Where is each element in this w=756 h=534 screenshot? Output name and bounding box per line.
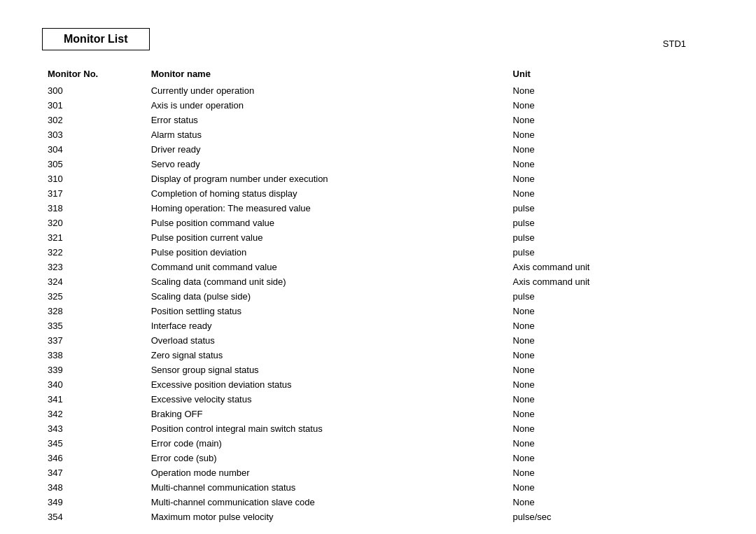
table-row: 300Currently under operationNone <box>42 83 714 98</box>
table-row: 347Operation mode numberNone <box>42 465 714 480</box>
row-no: 338 <box>42 348 146 363</box>
row-name: Display of program number under executio… <box>146 171 507 186</box>
row-unit: None <box>507 451 714 465</box>
row-no: 354 <box>42 510 146 524</box>
row-unit: None <box>507 142 714 157</box>
row-name: Operation mode number <box>146 465 507 480</box>
row-unit: None <box>507 392 714 407</box>
row-name: Position control integral main switch st… <box>146 421 507 436</box>
table-row: 304Driver readyNone <box>42 142 714 157</box>
table-row: 341Excessive velocity statusNone <box>42 392 714 407</box>
row-unit: None <box>507 113 714 127</box>
table-row: 324Scaling data (command unit side)Axis … <box>42 274 714 289</box>
table-row: 343Position control integral main switch… <box>42 421 714 436</box>
title-text: Monitor List <box>64 33 128 45</box>
row-unit: None <box>507 127 714 142</box>
row-no: 302 <box>42 113 146 127</box>
row-name: Multi-channel communication slave code <box>146 495 507 510</box>
row-unit: None <box>507 186 714 201</box>
std-label: STD1 <box>663 38 686 49</box>
row-unit: None <box>507 495 714 510</box>
row-unit: None <box>507 333 714 348</box>
row-unit: None <box>507 157 714 171</box>
row-name: Pulse position current value <box>146 230 507 245</box>
row-name: Excessive position deviation status <box>146 377 507 392</box>
row-no: 340 <box>42 377 146 392</box>
row-name: Error code (sub) <box>146 451 507 465</box>
table-row: 328Position settling statusNone <box>42 304 714 318</box>
table-row: 346Error code (sub)None <box>42 451 714 465</box>
header: Monitor List <box>42 28 714 50</box>
row-name: Error code (main) <box>146 436 507 451</box>
row-name: Multi-channel communication status <box>146 480 507 495</box>
table-row: 317Completion of homing status displayNo… <box>42 186 714 201</box>
table-row: 320Pulse position command valuepulse <box>42 216 714 230</box>
row-no: 304 <box>42 142 146 157</box>
row-no: 317 <box>42 186 146 201</box>
row-no: 303 <box>42 127 146 142</box>
row-unit: None <box>507 363 714 377</box>
row-no: 305 <box>42 157 146 171</box>
table-row: 325Scaling data (pulse side)pulse <box>42 289 714 304</box>
row-unit: None <box>507 421 714 436</box>
row-name: Alarm status <box>146 127 507 142</box>
row-no: 335 <box>42 318 146 333</box>
row-name: Driver ready <box>146 142 507 157</box>
table-row: 303Alarm statusNone <box>42 127 714 142</box>
row-no: 348 <box>42 480 146 495</box>
row-name: Homing operation: The measured value <box>146 201 507 216</box>
row-name: Completion of homing status display <box>146 186 507 201</box>
row-no: 341 <box>42 392 146 407</box>
page: Monitor List STD1 Monitor No. Monitor na… <box>0 0 756 534</box>
row-name: Position settling status <box>146 304 507 318</box>
row-unit: Axis command unit <box>507 274 714 289</box>
table-row: 348Multi-channel communication statusNon… <box>42 480 714 495</box>
row-name: Overload status <box>146 333 507 348</box>
row-unit: None <box>507 465 714 480</box>
row-unit: None <box>507 377 714 392</box>
row-no: 337 <box>42 333 146 348</box>
row-no: 320 <box>42 216 146 230</box>
row-name: Pulse position command value <box>146 216 507 230</box>
table-row: 321Pulse position current valuepulse <box>42 230 714 245</box>
row-unit: None <box>507 171 714 186</box>
col-header-unit: Unit <box>507 64 714 83</box>
row-unit: pulse/sec <box>507 510 714 524</box>
table-row: 342Braking OFFNone <box>42 407 714 421</box>
table-row: 338Zero signal statusNone <box>42 348 714 363</box>
row-no: 301 <box>42 98 146 113</box>
table-row: 354Maximum motor pulse velocitypulse/sec <box>42 510 714 524</box>
row-unit: pulse <box>507 245 714 260</box>
table-header-row: Monitor No. Monitor name Unit <box>42 64 714 83</box>
row-no: 323 <box>42 260 146 274</box>
row-name: Scaling data (command unit side) <box>146 274 507 289</box>
row-name: Zero signal status <box>146 348 507 363</box>
row-no: 324 <box>42 274 146 289</box>
table-row: 337Overload statusNone <box>42 333 714 348</box>
row-unit: None <box>507 304 714 318</box>
row-unit: pulse <box>507 230 714 245</box>
row-unit: Axis command unit <box>507 260 714 274</box>
row-name: Interface ready <box>146 318 507 333</box>
monitor-list-title: Monitor List <box>42 28 150 50</box>
row-name: Braking OFF <box>146 407 507 421</box>
row-no: 328 <box>42 304 146 318</box>
row-unit: pulse <box>507 216 714 230</box>
row-name: Pulse position deviation <box>146 245 507 260</box>
row-name: Command unit command value <box>146 260 507 274</box>
row-unit: None <box>507 348 714 363</box>
row-name: Maximum motor pulse velocity <box>146 510 507 524</box>
table-body: 300Currently under operationNone301Axis … <box>42 83 714 524</box>
row-no: 349 <box>42 495 146 510</box>
table-row: 318Homing operation: The measured valuep… <box>42 201 714 216</box>
row-no: 325 <box>42 289 146 304</box>
table-row: 345Error code (main)None <box>42 436 714 451</box>
row-name: Error status <box>146 113 507 127</box>
row-unit: None <box>507 83 714 98</box>
row-no: 310 <box>42 171 146 186</box>
row-name: Sensor group signal status <box>146 363 507 377</box>
col-header-no: Monitor No. <box>42 64 146 83</box>
table-row: 301Axis is under operationNone <box>42 98 714 113</box>
table-row: 349Multi-channel communication slave cod… <box>42 495 714 510</box>
table-row: 323Command unit command valueAxis comman… <box>42 260 714 274</box>
